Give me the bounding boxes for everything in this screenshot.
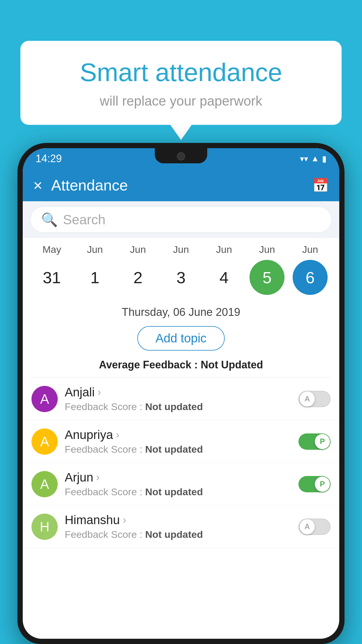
student-name-anjali[interactable]: Anjali › bbox=[65, 385, 291, 399]
toggle-thumb-anupriya: P bbox=[315, 434, 330, 449]
chevron-himanshu: › bbox=[123, 514, 126, 526]
cal-date-3[interactable]: 3 bbox=[164, 260, 198, 295]
cal-date-2[interactable]: 2 bbox=[120, 260, 155, 295]
wifi-icon: ▾▾ bbox=[300, 154, 308, 164]
calendar-months-row: May Jun Jun Jun Jun Jun Jun bbox=[30, 244, 332, 258]
toggle-arjun[interactable]: P bbox=[298, 476, 331, 492]
speech-bubble: Smart attendance will replace your paper… bbox=[20, 41, 342, 125]
speech-bubble-container: Smart attendance will replace your paper… bbox=[20, 41, 342, 125]
student-info-anupriya[interactable]: Anupriya › Feedback Score : Not updated bbox=[65, 428, 291, 455]
feedback-himanshu: Feedback Score : Not updated bbox=[65, 529, 291, 540]
battery-icon: ▮ bbox=[322, 154, 326, 164]
feedback-anjali: Feedback Score : Not updated bbox=[65, 401, 291, 412]
cal-date-5[interactable]: 5 bbox=[249, 260, 284, 295]
phone-camera bbox=[177, 152, 185, 160]
avg-feedback-label: Average Feedback : bbox=[99, 359, 201, 371]
speech-bubble-heading: Smart attendance bbox=[35, 58, 327, 87]
student-info-himanshu[interactable]: Himanshu › Feedback Score : Not updated bbox=[65, 513, 291, 540]
student-item-himanshu: H Himanshu › Feedback Score : Not update… bbox=[23, 505, 339, 548]
calendar-dates-row: 31 1 2 3 4 5 6 bbox=[30, 258, 332, 300]
search-icon: 🔍 bbox=[41, 212, 58, 228]
feedback-anupriya: Feedback Score : Not updated bbox=[65, 444, 291, 455]
student-name-anupriya[interactable]: Anupriya › bbox=[65, 428, 291, 442]
close-button[interactable]: × bbox=[33, 176, 43, 194]
cal-month-1: Jun bbox=[76, 244, 114, 255]
cal-date-1[interactable]: 1 bbox=[78, 260, 113, 295]
app-bar-title: Attendance bbox=[51, 176, 303, 194]
student-item-anupriya: A Anupriya › Feedback Score : Not update… bbox=[23, 420, 339, 463]
student-name-himanshu[interactable]: Himanshu › bbox=[65, 513, 291, 527]
toggle-anjali[interactable]: A bbox=[298, 391, 331, 407]
cal-month-0: May bbox=[33, 244, 71, 255]
average-feedback: Average Feedback : Not Updated bbox=[23, 356, 339, 377]
avatar-anjali: A bbox=[31, 386, 58, 412]
cal-date-4[interactable]: 4 bbox=[207, 260, 242, 295]
avatar-anupriya: A bbox=[31, 428, 58, 455]
avatar-arjun: A bbox=[31, 471, 58, 497]
toggle-thumb-anjali: A bbox=[300, 391, 315, 407]
status-icons: ▾▾ ▲ ▮ bbox=[300, 154, 326, 164]
cal-date-0[interactable]: 31 bbox=[34, 260, 69, 295]
cal-month-4: Jun bbox=[205, 244, 243, 255]
signal-icon: ▲ bbox=[311, 154, 319, 163]
student-list: A Anjali › Feedback Score : Not updated … bbox=[23, 378, 339, 548]
phone-frame: 14:29 ▾▾ ▲ ▮ × Attendance 📅 🔍 Search May bbox=[17, 143, 345, 644]
add-topic-container: Add topic bbox=[23, 323, 339, 356]
calendar-strip: May Jun Jun Jun Jun Jun Jun 31 1 2 3 4 5… bbox=[23, 238, 339, 302]
toggle-thumb-arjun: P bbox=[315, 477, 330, 492]
chevron-arjun: › bbox=[96, 471, 100, 484]
speech-bubble-subtext: will replace your paperwork bbox=[35, 93, 327, 109]
cal-month-6: Jun bbox=[291, 244, 329, 255]
status-time: 14:29 bbox=[36, 153, 62, 165]
cal-month-5: Jun bbox=[248, 244, 286, 255]
toggle-himanshu[interactable]: A bbox=[298, 519, 331, 535]
toggle-thumb-himanshu: A bbox=[300, 519, 315, 534]
avatar-himanshu: H bbox=[31, 514, 58, 540]
cal-date-6[interactable]: 6 bbox=[293, 260, 328, 295]
cal-month-2: Jun bbox=[119, 244, 157, 255]
student-name-arjun[interactable]: Arjun › bbox=[65, 470, 291, 484]
feedback-arjun: Feedback Score : Not updated bbox=[65, 486, 291, 498]
student-item-anjali: A Anjali › Feedback Score : Not updated … bbox=[23, 378, 339, 420]
app-bar: × Attendance 📅 bbox=[23, 169, 339, 201]
search-container: 🔍 Search bbox=[23, 201, 339, 238]
student-info-anjali[interactable]: Anjali › Feedback Score : Not updated bbox=[65, 385, 291, 412]
phone-notch bbox=[155, 148, 207, 163]
student-item-arjun: A Arjun › Feedback Score : Not updated P bbox=[23, 463, 339, 505]
calendar-icon[interactable]: 📅 bbox=[312, 177, 329, 193]
chevron-anupriya: › bbox=[116, 429, 120, 441]
chevron-anjali: › bbox=[98, 386, 101, 398]
add-topic-button[interactable]: Add topic bbox=[137, 326, 224, 351]
selected-date-label: Thursday, 06 June 2019 bbox=[23, 302, 339, 323]
search-placeholder: Search bbox=[63, 212, 106, 228]
cal-month-3: Jun bbox=[162, 244, 200, 255]
search-bar[interactable]: 🔍 Search bbox=[30, 206, 332, 233]
avg-feedback-value: Not Updated bbox=[201, 359, 263, 371]
student-info-arjun[interactable]: Arjun › Feedback Score : Not updated bbox=[65, 470, 291, 498]
phone-screen: 14:29 ▾▾ ▲ ▮ × Attendance 📅 🔍 Search May bbox=[23, 148, 339, 639]
toggle-anupriya[interactable]: P bbox=[298, 433, 331, 450]
